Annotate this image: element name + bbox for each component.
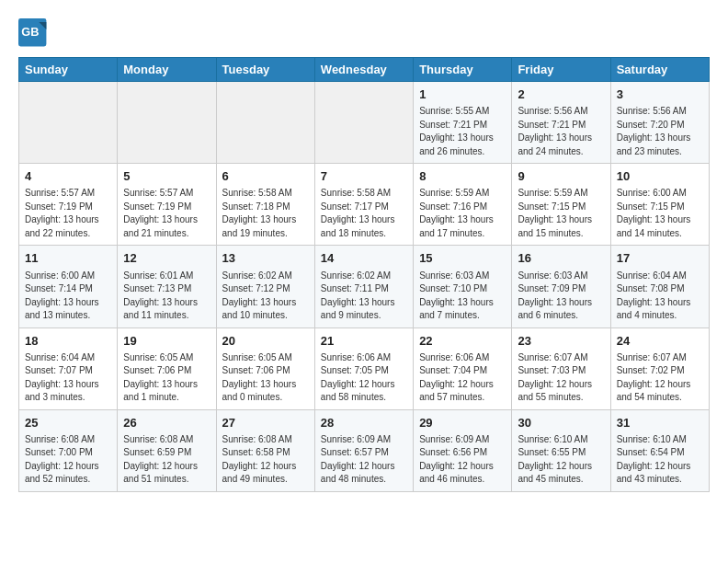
- day-info: Sunrise: 5:59 AM Sunset: 7:16 PM Dayligh…: [419, 187, 506, 240]
- week-row-5: 25Sunrise: 6:08 AM Sunset: 7:00 PM Dayli…: [19, 409, 710, 491]
- day-cell: 16Sunrise: 6:03 AM Sunset: 7:09 PM Dayli…: [512, 246, 610, 327]
- day-info: Sunrise: 6:10 AM Sunset: 6:55 PM Dayligh…: [518, 433, 604, 487]
- day-cell: 14Sunrise: 6:02 AM Sunset: 7:11 PM Dayli…: [314, 246, 413, 327]
- day-cell: 15Sunrise: 6:03 AM Sunset: 7:10 PM Dayli…: [414, 246, 512, 327]
- day-cell: 24Sunrise: 6:07 AM Sunset: 7:02 PM Dayli…: [610, 327, 709, 409]
- day-cell: 17Sunrise: 6:04 AM Sunset: 7:08 PM Dayli…: [610, 246, 709, 327]
- day-info: Sunrise: 6:02 AM Sunset: 7:12 PM Dayligh…: [222, 270, 309, 323]
- day-cell: 11Sunrise: 6:00 AM Sunset: 7:14 PM Dayli…: [19, 246, 118, 327]
- day-cell: 28Sunrise: 6:09 AM Sunset: 6:57 PM Dayli…: [314, 409, 413, 491]
- day-info: Sunrise: 6:01 AM Sunset: 7:13 PM Dayligh…: [123, 270, 210, 323]
- day-cell: [19, 82, 118, 164]
- day-info: Sunrise: 6:10 AM Sunset: 6:54 PM Dayligh…: [617, 433, 703, 487]
- day-header-tuesday: Tuesday: [216, 58, 314, 82]
- day-cell: 2Sunrise: 5:56 AM Sunset: 7:21 PM Daylig…: [512, 82, 610, 164]
- day-info: Sunrise: 6:02 AM Sunset: 7:11 PM Dayligh…: [321, 270, 407, 323]
- day-number: 4: [25, 168, 111, 185]
- logo-icon: GB: [18, 18, 48, 48]
- day-number: 25: [25, 415, 111, 431]
- day-number: 14: [321, 250, 407, 267]
- day-cell: 21Sunrise: 6:06 AM Sunset: 7:05 PM Dayli…: [314, 327, 413, 409]
- header: GB: [18, 18, 710, 48]
- day-number: 16: [518, 250, 604, 267]
- day-cell: 27Sunrise: 6:08 AM Sunset: 6:58 PM Dayli…: [216, 409, 314, 491]
- day-info: Sunrise: 5:59 AM Sunset: 7:15 PM Dayligh…: [518, 187, 604, 240]
- day-number: 1: [419, 86, 506, 103]
- day-cell: 25Sunrise: 6:08 AM Sunset: 7:00 PM Dayli…: [19, 409, 118, 491]
- day-info: Sunrise: 5:56 AM Sunset: 7:21 PM Dayligh…: [518, 105, 604, 158]
- day-number: 23: [518, 333, 604, 350]
- day-number: 31: [617, 415, 703, 431]
- day-info: Sunrise: 6:06 AM Sunset: 7:05 PM Dayligh…: [321, 351, 407, 405]
- svg-text:GB: GB: [21, 25, 39, 39]
- day-cell: 12Sunrise: 6:01 AM Sunset: 7:13 PM Dayli…: [118, 246, 216, 327]
- day-cell: 9Sunrise: 5:59 AM Sunset: 7:15 PM Daylig…: [512, 164, 610, 246]
- day-number: 22: [419, 333, 506, 350]
- day-info: Sunrise: 6:04 AM Sunset: 7:08 PM Dayligh…: [617, 270, 703, 323]
- day-info: Sunrise: 6:05 AM Sunset: 7:06 PM Dayligh…: [123, 351, 210, 405]
- day-header-friday: Friday: [512, 58, 610, 82]
- day-cell: 29Sunrise: 6:09 AM Sunset: 6:56 PM Dayli…: [414, 409, 512, 491]
- day-info: Sunrise: 6:07 AM Sunset: 7:02 PM Dayligh…: [617, 351, 703, 405]
- day-header-thursday: Thursday: [414, 58, 512, 82]
- day-info: Sunrise: 6:06 AM Sunset: 7:04 PM Dayligh…: [419, 351, 506, 405]
- page: GB SundayMondayTuesdayWednesdayThursdayF…: [0, 0, 728, 501]
- day-info: Sunrise: 6:05 AM Sunset: 7:06 PM Dayligh…: [222, 351, 309, 405]
- day-number: 27: [222, 415, 309, 431]
- day-cell: 20Sunrise: 6:05 AM Sunset: 7:06 PM Dayli…: [216, 327, 314, 409]
- day-cell: 23Sunrise: 6:07 AM Sunset: 7:03 PM Dayli…: [512, 327, 610, 409]
- header-row: SundayMondayTuesdayWednesdayThursdayFrid…: [19, 58, 710, 82]
- day-number: 29: [419, 415, 506, 431]
- day-cell: 22Sunrise: 6:06 AM Sunset: 7:04 PM Dayli…: [414, 327, 512, 409]
- day-info: Sunrise: 6:04 AM Sunset: 7:07 PM Dayligh…: [25, 351, 111, 405]
- day-number: 19: [123, 333, 210, 350]
- day-header-wednesday: Wednesday: [314, 58, 413, 82]
- day-header-sunday: Sunday: [19, 58, 118, 82]
- day-cell: 8Sunrise: 5:59 AM Sunset: 7:16 PM Daylig…: [414, 164, 512, 246]
- day-number: 18: [25, 333, 111, 350]
- day-cell: 1Sunrise: 5:55 AM Sunset: 7:21 PM Daylig…: [414, 82, 512, 164]
- day-info: Sunrise: 6:03 AM Sunset: 7:09 PM Dayligh…: [518, 270, 604, 323]
- day-info: Sunrise: 6:07 AM Sunset: 7:03 PM Dayligh…: [518, 351, 604, 405]
- week-row-2: 4Sunrise: 5:57 AM Sunset: 7:19 PM Daylig…: [19, 164, 710, 246]
- day-number: 9: [518, 168, 604, 185]
- day-info: Sunrise: 6:03 AM Sunset: 7:10 PM Dayligh…: [419, 270, 506, 323]
- day-number: 5: [123, 168, 210, 185]
- day-number: 10: [617, 168, 703, 185]
- day-info: Sunrise: 6:00 AM Sunset: 7:14 PM Dayligh…: [25, 270, 111, 323]
- logo: GB: [18, 18, 51, 48]
- day-number: 12: [123, 250, 210, 267]
- day-number: 7: [321, 168, 407, 185]
- day-cell: 31Sunrise: 6:10 AM Sunset: 6:54 PM Dayli…: [610, 409, 709, 491]
- day-number: 28: [321, 415, 407, 431]
- week-row-1: 1Sunrise: 5:55 AM Sunset: 7:21 PM Daylig…: [19, 82, 710, 164]
- day-number: 11: [25, 250, 111, 267]
- day-number: 21: [321, 333, 407, 350]
- day-info: Sunrise: 5:58 AM Sunset: 7:17 PM Dayligh…: [321, 187, 407, 240]
- day-info: Sunrise: 5:56 AM Sunset: 7:20 PM Dayligh…: [617, 105, 703, 158]
- day-cell: 10Sunrise: 6:00 AM Sunset: 7:15 PM Dayli…: [610, 164, 709, 246]
- day-cell: 6Sunrise: 5:58 AM Sunset: 7:18 PM Daylig…: [216, 164, 314, 246]
- day-cell: 26Sunrise: 6:08 AM Sunset: 6:59 PM Dayli…: [118, 409, 216, 491]
- calendar-table: SundayMondayTuesdayWednesdayThursdayFrid…: [18, 57, 710, 492]
- week-row-4: 18Sunrise: 6:04 AM Sunset: 7:07 PM Dayli…: [19, 327, 710, 409]
- day-number: 6: [222, 168, 309, 185]
- day-info: Sunrise: 6:08 AM Sunset: 6:58 PM Dayligh…: [222, 433, 309, 487]
- day-number: 30: [518, 415, 604, 431]
- day-cell: [118, 82, 216, 164]
- day-number: 24: [617, 333, 703, 350]
- day-number: 8: [419, 168, 506, 185]
- day-cell: 7Sunrise: 5:58 AM Sunset: 7:17 PM Daylig…: [314, 164, 413, 246]
- day-info: Sunrise: 6:09 AM Sunset: 6:56 PM Dayligh…: [419, 433, 506, 487]
- day-number: 17: [617, 250, 703, 267]
- day-cell: 5Sunrise: 5:57 AM Sunset: 7:19 PM Daylig…: [118, 164, 216, 246]
- day-number: 3: [617, 86, 703, 103]
- day-info: Sunrise: 5:55 AM Sunset: 7:21 PM Dayligh…: [419, 105, 506, 158]
- day-info: Sunrise: 6:08 AM Sunset: 6:59 PM Dayligh…: [123, 433, 210, 487]
- day-info: Sunrise: 6:08 AM Sunset: 7:00 PM Dayligh…: [25, 433, 111, 487]
- day-cell: 19Sunrise: 6:05 AM Sunset: 7:06 PM Dayli…: [118, 327, 216, 409]
- day-cell: 18Sunrise: 6:04 AM Sunset: 7:07 PM Dayli…: [19, 327, 118, 409]
- day-info: Sunrise: 6:00 AM Sunset: 7:15 PM Dayligh…: [617, 187, 703, 240]
- day-info: Sunrise: 5:57 AM Sunset: 7:19 PM Dayligh…: [25, 187, 111, 240]
- day-cell: 3Sunrise: 5:56 AM Sunset: 7:20 PM Daylig…: [610, 82, 709, 164]
